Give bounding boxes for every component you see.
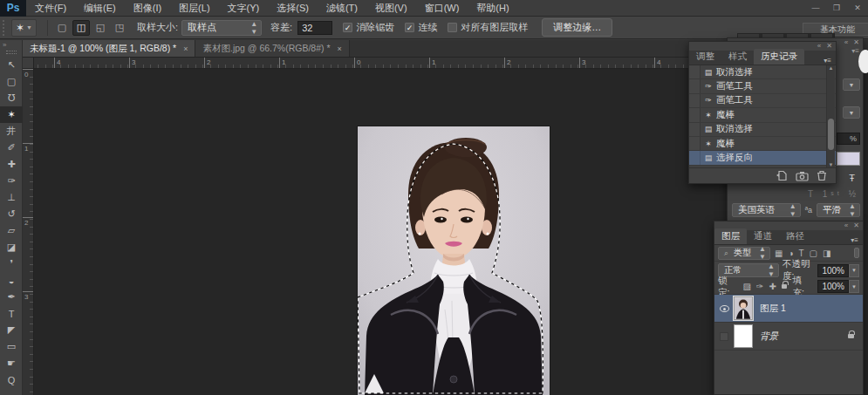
history-source-well[interactable] — [689, 65, 701, 78]
filter-adjustment-layers-icon[interactable]: ◑ — [788, 249, 793, 258]
scroll-up-icon[interactable]: ▲ — [827, 65, 835, 71]
close-panel-icon[interactable]: ✕ — [826, 42, 832, 51]
filter-type-select[interactable]: ⌕ 类型 ▲▼ — [718, 247, 770, 260]
menu-file[interactable]: 文件(F) — [26, 0, 75, 17]
text-format-icon[interactable]: Ŧ — [849, 173, 855, 183]
dodge-tool[interactable]: ◒ — [0, 272, 23, 289]
scrollbar[interactable]: ▲ ▼ — [826, 65, 835, 167]
scrollbar-thumb[interactable] — [828, 119, 834, 150]
history-step[interactable]: ✑ 画笔工具 — [689, 94, 836, 108]
filter-type-layers-icon[interactable]: T — [799, 249, 804, 258]
rectangle-shape-tool[interactable]: ▭ — [0, 338, 23, 355]
fill-value[interactable]: 100% — [817, 280, 849, 293]
restore-button[interactable]: ❐ — [826, 0, 847, 17]
collapse-panel-icon[interactable]: « — [844, 38, 848, 47]
anti-alias-checkbox[interactable]: 消除锯齿 — [343, 21, 394, 34]
panel-menu-icon[interactable]: ▾≡ — [846, 236, 863, 244]
checkbox-icon[interactable] — [343, 23, 352, 32]
portrait-photo[interactable] — [358, 126, 550, 395]
tolerance-input[interactable] — [297, 21, 332, 35]
chevron-down-icon[interactable]: ▼ — [849, 280, 859, 293]
eye-icon[interactable] — [720, 305, 729, 312]
layer-name[interactable]: 图层 1 — [760, 303, 786, 315]
delete-state-trash-icon[interactable] — [817, 170, 827, 181]
font-size-select[interactable]: ▼ — [843, 78, 860, 91]
collapse-panel-icon[interactable]: « — [844, 221, 848, 230]
text-color-swatch[interactable] — [837, 152, 860, 166]
minimize-button[interactable]: — — [805, 0, 826, 17]
history-step[interactable]: ✑ 画笔工具 — [689, 79, 836, 93]
new-selection-mode[interactable]: ▢ — [53, 20, 71, 36]
filtering-toggle-switch[interactable] — [854, 248, 859, 258]
type-tool[interactable]: T — [0, 305, 23, 322]
spot-healing-brush-tool[interactable]: ✚ — [0, 156, 23, 173]
panel-menu-icon[interactable]: ▾≡ — [819, 57, 836, 65]
menu-select[interactable]: 选择(S) — [268, 0, 318, 17]
close-button[interactable]: ✕ — [847, 0, 868, 17]
pen-tool[interactable]: ✒ — [0, 289, 23, 305]
lock-transparency-icon[interactable]: ▨ — [743, 282, 751, 291]
menu-type[interactable]: 文字(Y) — [219, 0, 269, 17]
scroll-down-icon[interactable]: ▼ — [827, 162, 835, 167]
menu-image[interactable]: 图像(I) — [125, 0, 170, 17]
tool-preset-picker[interactable]: ✶ ▼ — [11, 19, 37, 37]
history-step[interactable]: ✶ 魔棒 — [689, 137, 836, 151]
toolbar-grip[interactable] — [6, 51, 17, 54]
new-snapshot-camera-icon[interactable] — [796, 171, 809, 181]
opacity-value[interactable]: 100% — [817, 264, 849, 277]
history-source-well[interactable] — [689, 94, 701, 107]
zoom-tool[interactable]: Q — [0, 371, 23, 388]
menu-help[interactable]: 帮助(H) — [468, 0, 517, 17]
history-step[interactable]: ▤ 取消选择 — [689, 123, 836, 137]
menu-layer[interactable]: 图层(L) — [170, 0, 218, 17]
tab-history[interactable]: 历史记录 — [754, 49, 804, 65]
history-step[interactable]: ▤ 选择反向 — [689, 151, 836, 165]
clone-stamp-tool[interactable]: ⊥ — [0, 189, 23, 206]
opacity-control[interactable]: 100% ▼ — [817, 264, 859, 277]
hand-tool[interactable]: ☛ — [0, 355, 23, 371]
filter-smart-objects-icon[interactable]: ◨ — [823, 249, 830, 258]
subtract-from-selection-mode[interactable]: ◱ — [92, 20, 109, 36]
language-select[interactable]: 美国英语 ▲▼ — [732, 203, 801, 217]
close-tab-icon[interactable]: × — [338, 44, 342, 53]
new-document-from-state-icon[interactable] — [776, 170, 788, 181]
crop-tool[interactable]: 井 — [0, 123, 23, 140]
layer-name[interactable]: 背景 — [760, 330, 778, 343]
filter-pixel-layers-icon[interactable]: ▦ — [775, 249, 783, 258]
sample-all-layers-checkbox[interactable]: 对所有图层取样 — [448, 21, 528, 34]
lock-position-icon[interactable]: ✚ — [769, 282, 776, 291]
layer-thumbnail[interactable] — [734, 296, 753, 320]
history-source-well[interactable] — [689, 123, 701, 136]
close-panel-icon[interactable]: ✕ — [853, 221, 859, 230]
history-source-well[interactable] — [689, 79, 701, 92]
lock-image-icon[interactable]: ✑ — [756, 282, 763, 291]
layer-row-background[interactable]: 背景 — [714, 323, 863, 351]
tab-adjustments[interactable]: 调整 — [689, 49, 721, 65]
checkbox-icon[interactable] — [448, 23, 457, 32]
sample-size-select[interactable]: 取样点 ▲▼ — [181, 20, 262, 36]
scale-field[interactable]: % — [837, 133, 860, 145]
history-source-well[interactable] — [689, 108, 701, 121]
panel-menu-icon[interactable]: ▾≡ — [851, 47, 859, 56]
history-brush-tool[interactable]: ↺ — [0, 206, 23, 222]
history-step[interactable]: ✶ 魔棒 — [689, 108, 836, 122]
history-source-well[interactable] — [689, 137, 701, 150]
close-tab-icon[interactable]: × — [183, 44, 188, 53]
filter-shape-layers-icon[interactable]: ▢ — [810, 249, 817, 258]
history-source-well[interactable] — [689, 151, 701, 164]
checkbox-icon[interactable] — [405, 23, 414, 32]
tab-sucaitu[interactable]: 素材图.jpg @ 66.7%(RGB/8#) * × — [195, 40, 349, 57]
layer-row-1[interactable]: 图层 1 — [714, 295, 863, 323]
rectangular-marquee-tool[interactable]: ▢ — [0, 73, 23, 90]
contiguous-checkbox[interactable]: 连续 — [405, 21, 437, 34]
menu-filter[interactable]: 滤镜(T) — [318, 0, 366, 17]
visibility-well[interactable] — [714, 305, 734, 312]
intersect-selection-mode[interactable]: ◳ — [111, 20, 128, 36]
tab-layers[interactable]: 图层 — [714, 228, 747, 244]
gradient-tool[interactable]: ◪ — [0, 239, 23, 255]
eraser-tool[interactable]: ▱ — [0, 222, 23, 239]
history-step[interactable]: ▤ 取消选择 — [689, 65, 836, 79]
chevron-down-icon[interactable]: ▼ — [849, 264, 859, 277]
tab-untitled-1[interactable]: 未标题-1 @ 100% (图层 1, RGB/8) * × — [23, 40, 195, 57]
collapsed-dock-icon[interactable] — [858, 50, 868, 73]
